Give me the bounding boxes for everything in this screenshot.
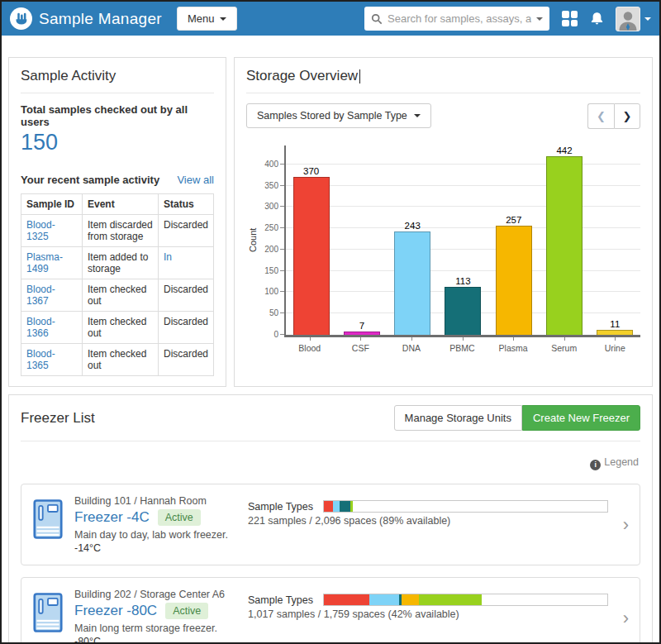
info-icon: i bbox=[590, 460, 601, 470]
search-dropdown-caret-icon[interactable] bbox=[536, 17, 543, 21]
freezer-list-title: Freezer List bbox=[21, 410, 95, 427]
bar-slot-csf: 7 bbox=[336, 145, 387, 335]
sample-id-link[interactable]: Blood-1325 bbox=[26, 219, 55, 242]
main-content: Sample Activity Total samples checked ou… bbox=[2, 36, 659, 642]
sample-id-link[interactable]: Plasma-1499 bbox=[26, 251, 63, 274]
card-chevron-icon[interactable]: › bbox=[623, 609, 629, 627]
sample-type-segment bbox=[324, 594, 369, 605]
y-tick-label: 200 bbox=[264, 245, 278, 254]
search-input[interactable] bbox=[388, 12, 531, 25]
sample-type-segment bbox=[369, 594, 398, 605]
x-tick-label: PBMC bbox=[437, 337, 488, 353]
y-tick-label: 100 bbox=[264, 287, 278, 296]
sample-types-bar bbox=[323, 594, 608, 606]
x-tick-mark bbox=[615, 337, 616, 341]
user-avatar[interactable] bbox=[616, 7, 640, 31]
menu-button-label: Menu bbox=[188, 12, 215, 25]
storage-overview-title: Storage Overview bbox=[246, 68, 640, 93]
bar-csf[interactable] bbox=[344, 332, 380, 335]
sample-type-segment bbox=[324, 501, 333, 512]
x-axis: BloodCSFDNAPBMCPlasmaSerumUrine bbox=[284, 337, 640, 353]
bar-slot-blood: 370 bbox=[286, 145, 336, 335]
total-checked-out-count: 150 bbox=[21, 130, 214, 155]
freezer-location-breadcrumb: Building 202 / Storage Center A6 bbox=[74, 589, 248, 600]
sample-type-segment bbox=[350, 501, 354, 512]
storage-overview-panel: Storage Overview Samples Stored by Sampl… bbox=[234, 57, 653, 387]
sample-type-segment bbox=[340, 501, 350, 512]
bar-pbmc[interactable] bbox=[445, 287, 481, 335]
create-new-freezer-button[interactable]: Create New Freezer bbox=[522, 405, 640, 431]
sample-type-segment bbox=[333, 501, 340, 512]
bar-blood[interactable] bbox=[293, 177, 330, 335]
x-tick-label: DNA bbox=[386, 337, 437, 353]
capacity-text: 221 samples / 2,096 spaces (89% availabl… bbox=[248, 515, 608, 527]
freezer-card[interactable]: Building 202 / Storage Center A6 Freezer… bbox=[21, 577, 640, 642]
app-window: Sample Manager Menu bbox=[0, 0, 661, 644]
bar-slot-pbmc: 113 bbox=[438, 145, 488, 335]
table-row: Blood-1325Item discarded from storageDis… bbox=[21, 215, 214, 247]
bar-chart: Count 050100150200250300350400 370724311… bbox=[246, 145, 640, 353]
freezer-temperature: -80°C bbox=[74, 636, 248, 642]
sample-id-link[interactable]: Blood-1366 bbox=[26, 316, 55, 339]
search-box[interactable] bbox=[364, 7, 549, 31]
freezer-name-link[interactable]: Freezer -4C bbox=[74, 509, 150, 526]
prev-chart-button[interactable]: ❮ bbox=[587, 103, 614, 129]
x-tick-mark bbox=[513, 337, 514, 341]
bar-serum[interactable] bbox=[546, 156, 583, 335]
y-tick-label: 400 bbox=[264, 160, 278, 169]
bar-urine[interactable] bbox=[597, 330, 633, 335]
status-cell: Discarded bbox=[164, 316, 208, 327]
sample-type-segment bbox=[402, 594, 420, 605]
status-badge: Active bbox=[165, 603, 208, 619]
sample-id-link[interactable]: Blood-1367 bbox=[26, 284, 55, 307]
notifications-bell-icon[interactable] bbox=[590, 12, 604, 26]
bar-value-label: 243 bbox=[405, 221, 421, 231]
x-tick-mark bbox=[310, 337, 311, 341]
view-all-link[interactable]: View all bbox=[177, 174, 214, 186]
freezer-description: Main day to day, lab work freezer. bbox=[74, 529, 248, 541]
y-tick-label: 300 bbox=[264, 202, 278, 211]
freezer-location-breadcrumb: Building 101 / Hannah Room bbox=[74, 495, 248, 507]
table-header-row: Sample ID Event Status bbox=[21, 194, 214, 215]
apps-grid-icon[interactable] bbox=[562, 11, 578, 26]
event-cell: Item checked out bbox=[83, 312, 159, 344]
text-cursor bbox=[359, 69, 360, 83]
y-tick-label: 0 bbox=[273, 330, 278, 339]
freezer-list-panel: Freezer List Manage Storage Units Create… bbox=[8, 394, 653, 642]
card-chevron-icon[interactable]: › bbox=[623, 516, 629, 534]
column-header-status: Status bbox=[158, 194, 213, 215]
y-tick-label: 250 bbox=[264, 223, 278, 232]
column-header-event: Event bbox=[83, 194, 159, 215]
bar-plasma[interactable] bbox=[496, 226, 532, 335]
top-navbar: Sample Manager Menu bbox=[2, 2, 659, 36]
chart-type-dropdown-label: Samples Stored by Sample Type bbox=[257, 110, 407, 122]
manage-storage-units-button[interactable]: Manage Storage Units bbox=[394, 405, 522, 431]
status-cell: Discarded bbox=[164, 219, 208, 231]
next-chart-button[interactable]: ❯ bbox=[614, 103, 640, 129]
user-menu-caret-icon[interactable] bbox=[644, 17, 651, 21]
event-cell: Item checked out bbox=[83, 279, 159, 312]
bar-value-label: 442 bbox=[556, 145, 572, 155]
y-axis-label: Count bbox=[246, 145, 259, 335]
table-row: Blood-1366Item checked outDiscarded bbox=[21, 312, 214, 344]
sample-id-link[interactable]: Blood-1365 bbox=[26, 348, 55, 371]
x-tick-mark bbox=[564, 337, 565, 341]
bar-value-label: 370 bbox=[303, 166, 319, 176]
bar-slot-serum: 442 bbox=[539, 145, 589, 335]
menu-button[interactable]: Menu bbox=[177, 7, 238, 31]
freezer-name-link[interactable]: Freezer -80C bbox=[74, 603, 157, 619]
freezer-card[interactable]: Building 101 / Hannah Room Freezer -4C A… bbox=[21, 484, 640, 565]
sample-types-label: Sample Types bbox=[248, 501, 313, 513]
chart-plot-area: 370724311325744211 bbox=[284, 145, 640, 337]
y-tick-label: 350 bbox=[264, 181, 278, 190]
bar-value-label: 113 bbox=[455, 276, 470, 286]
brand[interactable]: Sample Manager bbox=[10, 7, 162, 30]
legend-toggle[interactable]: iLegend bbox=[21, 450, 640, 472]
recent-activity-label: Your recent sample activity bbox=[21, 174, 159, 186]
sample-activity-panel: Sample Activity Total samples checked ou… bbox=[8, 57, 226, 387]
bar-dna[interactable] bbox=[394, 231, 430, 335]
recent-activity-table: Sample ID Event Status Blood-1325Item di… bbox=[21, 193, 214, 376]
chart-type-dropdown[interactable]: Samples Stored by Sample Type bbox=[246, 103, 431, 128]
freezer-temperature: -14°C bbox=[74, 542, 248, 554]
x-tick-mark bbox=[463, 337, 464, 341]
